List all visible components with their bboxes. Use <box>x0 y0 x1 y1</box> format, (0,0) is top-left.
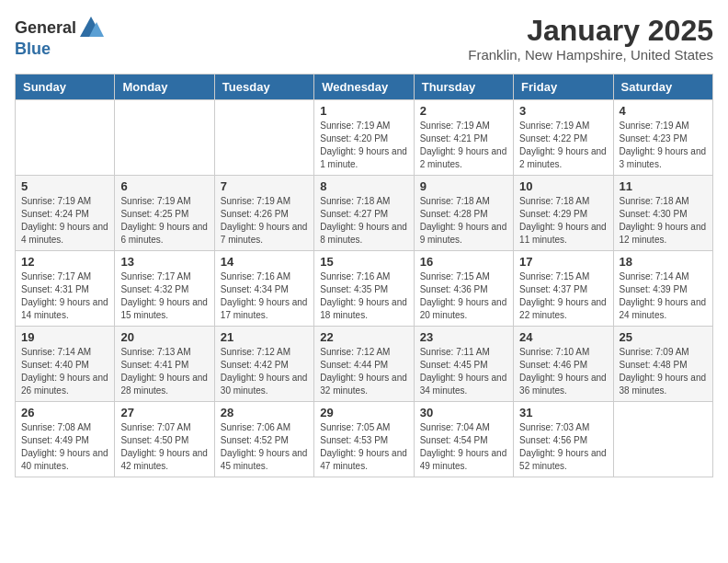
calendar: SundayMondayTuesdayWednesdayThursdayFrid… <box>15 74 713 477</box>
calendar-cell: 9Sunrise: 7:18 AM Sunset: 4:28 PM Daylig… <box>414 176 513 251</box>
day-number: 20 <box>120 330 208 344</box>
calendar-cell: 22Sunrise: 7:12 AM Sunset: 4:44 PM Dayli… <box>314 327 414 402</box>
day-number: 10 <box>519 179 607 193</box>
location-title: Franklin, New Hampshire, United States <box>468 47 713 63</box>
header: General Blue January 2025 Franklin, New … <box>15 15 713 63</box>
day-info: Sunrise: 7:17 AM Sunset: 4:31 PM Dayligh… <box>21 270 108 322</box>
day-number: 13 <box>120 255 208 269</box>
day-number: 11 <box>620 179 707 193</box>
calendar-cell <box>115 100 214 176</box>
day-info: Sunrise: 7:10 AM Sunset: 4:46 PM Dayligh… <box>519 346 607 397</box>
weekday-header-saturday: Saturday <box>613 75 712 100</box>
day-info: Sunrise: 7:18 AM Sunset: 4:30 PM Dayligh… <box>620 195 707 247</box>
weekday-header-thursday: Thursday <box>414 75 513 100</box>
day-info: Sunrise: 7:18 AM Sunset: 4:29 PM Dayligh… <box>519 195 607 247</box>
calendar-week-3: 12Sunrise: 7:17 AM Sunset: 4:31 PM Dayli… <box>16 251 713 327</box>
weekday-header-tuesday: Tuesday <box>214 75 313 100</box>
day-info: Sunrise: 7:14 AM Sunset: 4:39 PM Dayligh… <box>620 270 707 322</box>
weekday-header-monday: Monday <box>115 75 214 100</box>
calendar-cell: 6Sunrise: 7:19 AM Sunset: 4:25 PM Daylig… <box>115 176 214 251</box>
day-info: Sunrise: 7:15 AM Sunset: 4:37 PM Dayligh… <box>519 270 607 322</box>
day-info: Sunrise: 7:03 AM Sunset: 4:56 PM Dayligh… <box>519 421 607 473</box>
logo-icon <box>78 15 104 40</box>
calendar-cell: 4Sunrise: 7:19 AM Sunset: 4:23 PM Daylig… <box>613 100 712 176</box>
weekday-header-wednesday: Wednesday <box>314 75 414 100</box>
day-number: 24 <box>519 330 607 344</box>
calendar-cell: 10Sunrise: 7:18 AM Sunset: 4:29 PM Dayli… <box>514 176 613 251</box>
calendar-cell: 5Sunrise: 7:19 AM Sunset: 4:24 PM Daylig… <box>16 176 115 251</box>
calendar-cell: 21Sunrise: 7:12 AM Sunset: 4:42 PM Dayli… <box>214 327 313 402</box>
calendar-cell: 7Sunrise: 7:19 AM Sunset: 4:26 PM Daylig… <box>214 176 313 251</box>
calendar-cell: 20Sunrise: 7:13 AM Sunset: 4:41 PM Dayli… <box>115 327 214 402</box>
day-info: Sunrise: 7:19 AM Sunset: 4:25 PM Dayligh… <box>120 195 208 247</box>
day-number: 3 <box>519 104 607 118</box>
calendar-cell: 27Sunrise: 7:07 AM Sunset: 4:50 PM Dayli… <box>115 402 214 477</box>
calendar-cell: 8Sunrise: 7:18 AM Sunset: 4:27 PM Daylig… <box>314 176 414 251</box>
weekday-header-sunday: Sunday <box>16 75 115 100</box>
day-number: 27 <box>120 406 208 419</box>
calendar-cell: 26Sunrise: 7:08 AM Sunset: 4:49 PM Dayli… <box>16 402 115 477</box>
day-number: 5 <box>21 179 108 193</box>
day-number: 28 <box>221 406 308 419</box>
calendar-cell: 12Sunrise: 7:17 AM Sunset: 4:31 PM Dayli… <box>16 251 115 327</box>
calendar-cell: 14Sunrise: 7:16 AM Sunset: 4:34 PM Dayli… <box>214 251 313 327</box>
calendar-week-5: 26Sunrise: 7:08 AM Sunset: 4:49 PM Dayli… <box>16 402 713 477</box>
day-info: Sunrise: 7:18 AM Sunset: 4:28 PM Dayligh… <box>420 195 507 247</box>
logo: General Blue <box>15 15 104 57</box>
day-info: Sunrise: 7:11 AM Sunset: 4:45 PM Dayligh… <box>420 346 507 397</box>
day-info: Sunrise: 7:19 AM Sunset: 4:26 PM Dayligh… <box>221 195 308 247</box>
day-info: Sunrise: 7:13 AM Sunset: 4:41 PM Dayligh… <box>120 346 208 397</box>
day-info: Sunrise: 7:08 AM Sunset: 4:49 PM Dayligh… <box>21 421 108 473</box>
day-number: 25 <box>620 330 707 344</box>
day-info: Sunrise: 7:14 AM Sunset: 4:40 PM Dayligh… <box>21 346 108 397</box>
day-number: 8 <box>320 179 407 193</box>
day-number: 18 <box>620 255 707 269</box>
day-info: Sunrise: 7:15 AM Sunset: 4:36 PM Dayligh… <box>420 270 507 322</box>
calendar-cell: 18Sunrise: 7:14 AM Sunset: 4:39 PM Dayli… <box>613 251 712 327</box>
calendar-cell: 1Sunrise: 7:19 AM Sunset: 4:20 PM Daylig… <box>314 100 414 176</box>
calendar-cell <box>613 402 712 477</box>
day-number: 19 <box>21 330 108 344</box>
weekday-header-friday: Friday <box>514 75 613 100</box>
day-info: Sunrise: 7:06 AM Sunset: 4:52 PM Dayligh… <box>221 421 308 473</box>
day-info: Sunrise: 7:05 AM Sunset: 4:53 PM Dayligh… <box>320 421 407 473</box>
calendar-cell: 28Sunrise: 7:06 AM Sunset: 4:52 PM Dayli… <box>214 402 313 477</box>
day-number: 22 <box>320 330 407 344</box>
day-number: 16 <box>420 255 507 269</box>
day-number: 26 <box>21 406 108 419</box>
calendar-cell: 31Sunrise: 7:03 AM Sunset: 4:56 PM Dayli… <box>514 402 613 477</box>
day-info: Sunrise: 7:12 AM Sunset: 4:42 PM Dayligh… <box>221 346 308 397</box>
day-info: Sunrise: 7:19 AM Sunset: 4:22 PM Dayligh… <box>519 120 607 171</box>
day-info: Sunrise: 7:19 AM Sunset: 4:24 PM Dayligh… <box>21 195 108 247</box>
weekday-header-row: SundayMondayTuesdayWednesdayThursdayFrid… <box>16 75 713 100</box>
logo-general-text: General <box>15 19 76 36</box>
day-info: Sunrise: 7:09 AM Sunset: 4:48 PM Dayligh… <box>620 346 707 397</box>
title-area: January 2025 Franklin, New Hampshire, Un… <box>468 15 713 63</box>
day-number: 14 <box>221 255 308 269</box>
calendar-cell <box>214 100 313 176</box>
calendar-week-2: 5Sunrise: 7:19 AM Sunset: 4:24 PM Daylig… <box>16 176 713 251</box>
day-number: 2 <box>420 104 507 118</box>
day-info: Sunrise: 7:12 AM Sunset: 4:44 PM Dayligh… <box>320 346 407 397</box>
day-info: Sunrise: 7:04 AM Sunset: 4:54 PM Dayligh… <box>420 421 507 473</box>
calendar-week-1: 1Sunrise: 7:19 AM Sunset: 4:20 PM Daylig… <box>16 100 713 176</box>
day-number: 4 <box>620 104 707 118</box>
day-info: Sunrise: 7:19 AM Sunset: 4:23 PM Dayligh… <box>620 120 707 171</box>
day-number: 7 <box>221 179 308 193</box>
day-number: 12 <box>21 255 108 269</box>
calendar-cell: 15Sunrise: 7:16 AM Sunset: 4:35 PM Dayli… <box>314 251 414 327</box>
calendar-cell: 30Sunrise: 7:04 AM Sunset: 4:54 PM Dayli… <box>414 402 513 477</box>
day-info: Sunrise: 7:07 AM Sunset: 4:50 PM Dayligh… <box>120 421 208 473</box>
day-number: 6 <box>120 179 208 193</box>
calendar-cell: 17Sunrise: 7:15 AM Sunset: 4:37 PM Dayli… <box>514 251 613 327</box>
calendar-cell: 3Sunrise: 7:19 AM Sunset: 4:22 PM Daylig… <box>514 100 613 176</box>
day-number: 1 <box>320 104 407 118</box>
calendar-cell: 11Sunrise: 7:18 AM Sunset: 4:30 PM Dayli… <box>613 176 712 251</box>
logo-blue-text: Blue <box>15 40 104 57</box>
day-info: Sunrise: 7:18 AM Sunset: 4:27 PM Dayligh… <box>320 195 407 247</box>
day-info: Sunrise: 7:17 AM Sunset: 4:32 PM Dayligh… <box>120 270 208 322</box>
calendar-cell: 2Sunrise: 7:19 AM Sunset: 4:21 PM Daylig… <box>414 100 513 176</box>
day-number: 17 <box>519 255 607 269</box>
calendar-cell: 19Sunrise: 7:14 AM Sunset: 4:40 PM Dayli… <box>16 327 115 402</box>
calendar-cell: 23Sunrise: 7:11 AM Sunset: 4:45 PM Dayli… <box>414 327 513 402</box>
